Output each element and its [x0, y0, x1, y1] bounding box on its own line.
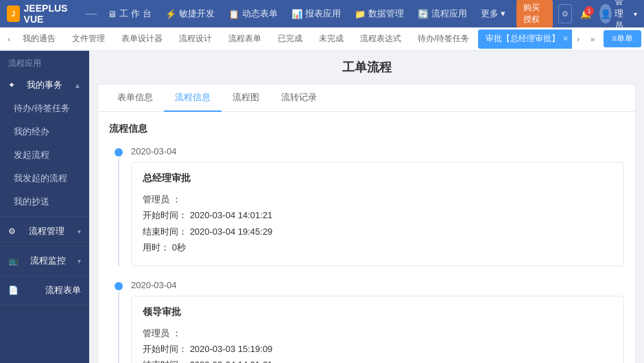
- tab-undone[interactable]: 未完成: [311, 30, 351, 49]
- inner-tab-flow-record[interactable]: 流转记录: [270, 84, 328, 112]
- tab-flow-form-label: 流程表单: [228, 33, 261, 45]
- timeline-end-1: 结束时间： 2020-03-04 14:01:21: [143, 357, 612, 363]
- inner-tab-flow-chart-label: 流程图: [232, 92, 259, 102]
- nav-datamgmt-label: 数据管理: [368, 8, 404, 20]
- inner-tab-flow-chart[interactable]: 流程图: [222, 84, 270, 112]
- tab-flow-form[interactable]: 流程表单: [221, 30, 269, 49]
- my-started-label: 我发起的流程: [14, 172, 67, 185]
- tab-file-mgmt[interactable]: 文件管理: [64, 30, 112, 49]
- timeline-start-0: 开始时间： 2020-03-04 14:01:21: [143, 207, 612, 223]
- sidebar-section-title: 流程应用: [0, 51, 89, 73]
- timeline-item-1: 2020-03-04 领导审批 管理员 ： 开始时间：: [115, 280, 624, 363]
- nav-report[interactable]: 📊 报表应用: [286, 5, 346, 23]
- nav-flow-app[interactable]: 🔄 流程应用: [412, 5, 473, 23]
- avatar: 👤: [599, 4, 612, 23]
- tab-my-notice-label: 我的通告: [23, 33, 56, 45]
- nav-more[interactable]: 更多 ▾: [475, 5, 512, 23]
- inner-tab-flow-record-label: 流转记录: [281, 92, 317, 102]
- tab-file-mgmt-label: 文件管理: [72, 33, 105, 45]
- flow-form-icon: 📄: [8, 285, 19, 295]
- flow-section: 流程信息 2020-03-04: [98, 112, 635, 363]
- tab-my-notice[interactable]: 我的通告: [15, 30, 63, 49]
- user-avatar-button[interactable]: 👤 管理员 ▾: [599, 0, 637, 32]
- nav-data-mgmt[interactable]: 📁 数据管理: [349, 5, 409, 23]
- nav-workspace-label: 工 作 台: [119, 8, 151, 20]
- sidebar-item-my-copy[interactable]: 我的抄送: [5, 190, 89, 213]
- tab-audit-gm[interactable]: 审批【总经理审批】 ✕: [478, 30, 572, 49]
- sidebar-item-pending-task[interactable]: 待办/待签任务: [5, 97, 89, 120]
- sidebar-my-affairs-toggle[interactable]: ✦ 我的事务 ▲: [0, 73, 89, 97]
- sidebar-flow-monitor-toggle[interactable]: 📺 流程监控 ▾: [0, 249, 89, 272]
- sidebar-group-flow-monitor: 📺 流程监控 ▾: [0, 249, 89, 276]
- timeline-start-1: 开始时间： 2020-03-03 15:19:09: [143, 341, 612, 357]
- timeline-line-0: [118, 158, 119, 266]
- inner-tab-flow-info-label: 流程信息: [175, 92, 211, 102]
- nav-workspace[interactable]: 🖥 工 作 台: [102, 5, 156, 23]
- tab-close-icon[interactable]: ✕: [562, 34, 569, 43]
- timeline-dot-1: [115, 282, 123, 290]
- sidebar-group-flow-mgmt: ⚙ 流程管理 ▾: [0, 220, 89, 246]
- timeline-line-1: [118, 292, 119, 363]
- timeline-dot-col-0: [115, 146, 123, 266]
- single-tab-button[interactable]: ≡单单: [604, 30, 641, 47]
- folder-icon: 📁: [355, 9, 366, 19]
- monitor-icon: 🖥: [108, 9, 117, 19]
- tab-audit-gm-label: 审批【总经理审批】: [486, 33, 560, 45]
- tab-form-designer[interactable]: 表单设计器: [114, 30, 170, 49]
- tab-flow-design[interactable]: 流程设计: [171, 30, 219, 49]
- buy-button[interactable]: 购买授权: [516, 0, 553, 27]
- my-affairs-title: 我的事务: [27, 79, 62, 91]
- nav-quickdev[interactable]: ⚡ 敏捷开发: [160, 5, 220, 23]
- form-icon: 📋: [228, 9, 239, 19]
- timeline-card-title-1: 领导审批: [143, 306, 612, 318]
- tab-undone-label: 未完成: [319, 33, 344, 45]
- flow-section-title: 流程信息: [109, 123, 624, 135]
- sidebar-item-start-flow[interactable]: 发起流程: [5, 143, 89, 167]
- flow-monitor-arrow-icon: ▾: [77, 257, 81, 265]
- inner-tabs: 表单信息 流程信息 流程图 流转记录: [98, 84, 635, 112]
- sidebar: 流程应用 ✦ 我的事务 ▲ 待办/待签任务 我的经办 发起流程 我发起的流程: [0, 51, 89, 363]
- tab-form-designer-label: 表单设计器: [121, 33, 163, 45]
- content-area: 工单流程 表单信息 流程信息 流程图 流转记录: [89, 51, 644, 363]
- settings-button[interactable]: ⚙: [558, 4, 572, 23]
- timeline-date-0: 2020-03-04: [131, 146, 624, 156]
- timeline-duration-0: 用时： 0秒: [143, 239, 612, 255]
- sidebar-flow-mgmt-toggle[interactable]: ⚙ 流程管理 ▾: [0, 220, 89, 243]
- logo-icon: J: [7, 5, 20, 22]
- tabs-next-button[interactable]: ›: [572, 27, 584, 50]
- flow-mgmt-title: 流程管理: [29, 225, 64, 237]
- tab-pending-sign[interactable]: 待办/待签任务: [410, 30, 477, 49]
- timeline-operator-0: 管理员 ：: [143, 191, 612, 207]
- nav-report-label: 报表应用: [305, 8, 341, 20]
- timeline-item-0: 2020-03-04 总经理审批 管理员 ： 开始时间：: [115, 146, 624, 266]
- sidebar-item-my-started[interactable]: 我发起的流程: [5, 167, 89, 190]
- inner-tab-flow-info[interactable]: 流程信息: [164, 84, 222, 112]
- my-copy-label: 我的抄送: [14, 196, 49, 208]
- pending-task-label: 待办/待签任务: [14, 102, 70, 115]
- tab-done[interactable]: 已完成: [270, 30, 310, 49]
- monitor-icon2: 📺: [8, 256, 19, 266]
- nav-quickdev-label: 敏捷开发: [179, 8, 215, 20]
- flow-form-title: 流程表单: [45, 284, 81, 296]
- sidebar-flow-form-toggle[interactable]: 📄 流程表单: [0, 279, 89, 302]
- app-title: JEEPLUS VUE: [24, 3, 75, 25]
- inner-tab-form-info[interactable]: 表单信息: [106, 84, 164, 112]
- flow-mgmt-icon: ⚙: [8, 226, 16, 236]
- page-title: 工单流程: [97, 59, 636, 75]
- tabs-prev-button[interactable]: ‹: [3, 27, 15, 50]
- nav-divider: —: [86, 8, 97, 20]
- timeline-content-1: 2020-03-04 领导审批 管理员 ： 开始时间：: [131, 280, 624, 363]
- tab-flow-design-label: 流程设计: [179, 33, 212, 45]
- inner-tab-form-info-label: 表单信息: [117, 92, 153, 102]
- sidebar-item-my-work[interactable]: 我的经办: [5, 120, 89, 143]
- timeline-dot-0: [115, 148, 123, 156]
- my-work-label: 我的经办: [14, 126, 49, 138]
- tabs-more-button[interactable]: »: [584, 27, 601, 50]
- nav-flowapp-label: 流程应用: [431, 8, 467, 20]
- nav-dynamic-form[interactable]: 📋 动态表单: [223, 5, 283, 23]
- sidebar-sub-my-affairs: 待办/待签任务 我的经办 发起流程 我发起的流程 我的抄送: [0, 97, 89, 213]
- timeline-dot-col-1: [115, 280, 123, 363]
- avatar-chevron-icon: ▾: [634, 10, 637, 18]
- notification-bell[interactable]: 🔔 1: [577, 6, 594, 22]
- tab-flow-style[interactable]: 流程表达式: [353, 30, 409, 49]
